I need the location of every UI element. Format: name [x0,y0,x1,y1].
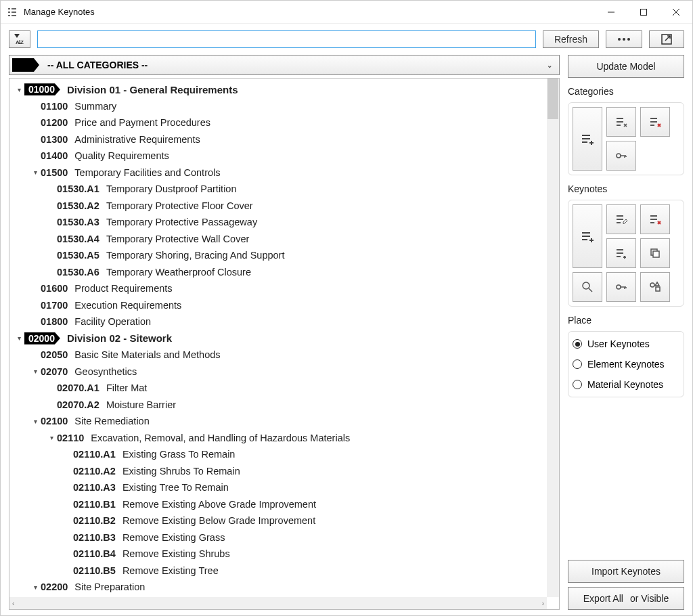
tree-node[interactable]: 01530.A2Temporary Protective Floor Cover [9,198,547,215]
tree-node[interactable]: 01530.A6Temporary Weatherproof Closure [9,264,547,281]
tree-view: ▾01000Division 01 - General Requirements… [9,78,560,610]
close-button[interactable] [660,1,692,24]
tree-node[interactable]: ▾01500Temporary Facilities and Controls [9,164,547,181]
category-dropdown[interactable]: -- ALL CATEGORIES -- ⌄ [9,55,560,75]
node-label: Remove Existing Tree [122,565,219,576]
keynote-shapes-button[interactable] [640,272,670,302]
open-external-button[interactable] [649,30,684,48]
tree-node[interactable]: ▾02070Geosynthetics [9,364,547,380]
tree-node[interactable]: 02070.A1Filter Mat [9,380,547,397]
tree-node[interactable]: 01300Administrative Requirements [9,131,547,148]
maximize-button[interactable] [627,1,660,24]
tree-node[interactable]: 02110.B4Remove Existing Shrubs [9,546,547,563]
node-label: Moisture Barrier [106,399,176,410]
node-code: 02070.A1 [57,382,99,393]
export-all-button[interactable]: Export All [583,593,623,604]
keynote-edit-button[interactable] [606,204,636,234]
tree-node[interactable]: ▾02200Site Preparation [9,579,547,596]
node-code: 02070 [41,366,68,377]
tree-node[interactable]: 02110.B1Remove Existing Above Grade Impr… [9,496,547,513]
node-label: Site Remediation [74,416,149,426]
node-code: 01500 [41,167,68,178]
svg-text:A: A [16,39,20,45]
radio-element-keynotes[interactable]: Element Keynotes [573,356,679,372]
node-code: 01300 [41,134,68,145]
horizontal-scrollbar[interactable]: ‹› [9,597,547,609]
expander-icon[interactable]: ▾ [31,368,39,375]
tree-node[interactable]: 02110.B5Remove Existing Tree [9,563,547,579]
expander-icon[interactable]: ▾ [31,584,39,591]
keynote-delete-button[interactable] [640,204,670,234]
node-label: Administrative Requirements [74,134,200,145]
tree-node[interactable]: 01800Facility Operation [9,313,547,330]
node-code: 02110.B3 [73,532,116,543]
tree-node[interactable]: 02110.A2Existing Shrubs To Remain [9,463,547,480]
node-label: Quality Requirements [74,150,169,161]
export-buttons: Export All or Visible [568,587,684,610]
node-code: 02110.B4 [73,548,116,559]
toolbar: AZ Refresh [1,24,692,55]
node-label: Temporary Protective Wall Cover [106,234,249,244]
tree-node[interactable]: ▾02110Excavation, Removal, and Handling … [9,430,547,447]
expander-icon[interactable]: ▾ [47,434,55,441]
category-key-button[interactable] [606,141,636,171]
tree-node[interactable]: 01530.A4Temporary Protective Wall Cover [9,231,547,248]
vertical-scrollbar[interactable] [547,79,559,597]
category-edit-button[interactable] [606,107,636,137]
keynote-key-button[interactable] [606,272,636,302]
category-dropdown-label: -- ALL CATEGORIES -- [47,60,148,70]
tree-node[interactable]: 01200Price and Payment Procedures [9,114,547,131]
tree-node[interactable]: 01700Execution Requirements [9,297,547,314]
node-label: Existing Grass To Remain [122,449,236,460]
expander-icon[interactable]: ▾ [15,86,23,93]
tree-node[interactable]: ▾02100Site Remediation [9,413,547,430]
minimize-button[interactable] [595,1,627,24]
category-tag-icon [12,58,39,72]
node-label: Remove Existing Below Grade Improvement [122,515,315,526]
keynote-add-button[interactable] [573,204,602,268]
node-code: 01100 [41,101,68,112]
tree-node[interactable]: 02110.B2Remove Existing Below Grade Impr… [9,512,547,529]
tree-node[interactable]: 02110.B3Remove Existing Grass [9,529,547,546]
tree-node[interactable]: 01530.A1Temporary Dustproof Partition [9,181,547,198]
expander-icon[interactable]: ▾ [31,418,39,425]
keynote-search-button[interactable] [573,272,602,302]
radio-user-keynotes[interactable]: User Keynotes [573,336,679,352]
tree-node[interactable]: 01600Product Requirements [9,280,547,297]
update-model-button[interactable]: Update Model [568,55,684,78]
tree-node[interactable]: 02110.A1Existing Grass To Remain [9,446,547,463]
category-delete-button[interactable] [640,107,670,137]
radio-material-keynotes[interactable]: Material Keynotes [573,376,679,393]
import-keynotes-button[interactable]: Import Keynotes [568,560,684,583]
tree-node[interactable]: ▾01000Division 01 - General Requirements [9,81,547,98]
node-label: Excavation, Removal, and Handling of Haz… [91,433,350,443]
node-code: 01530.A4 [57,234,99,244]
tree-node[interactable]: 02070.A2Moisture Barrier [9,397,547,414]
tree-node[interactable]: 01100Summary [9,98,547,115]
tree-node[interactable]: 01400Quality Requirements [9,148,547,164]
tree-node[interactable]: 02050Basic Site Materials and Methods [9,347,547,364]
keynote-copy-button[interactable] [640,238,670,268]
node-label: Basic Site Materials and Methods [74,349,220,360]
refresh-button[interactable]: Refresh [543,30,599,48]
more-button[interactable] [606,30,642,48]
expander-icon[interactable]: ▾ [15,334,23,342]
svg-point-7 [623,38,625,41]
node-label: Product Requirements [74,283,172,294]
tree-node[interactable]: 01530.A3Temporary Protective Passageway [9,214,547,231]
svg-rect-1 [641,9,647,15]
keynote-add-sub-button[interactable] [606,238,636,268]
tree-node[interactable]: ▾02000Division 02 - Sitework [9,330,547,347]
node-code: 01600 [41,283,68,294]
search-input[interactable] [37,30,536,48]
tree-node[interactable]: 01530.A5Temporary Shoring, Bracing And S… [9,247,547,264]
expander-icon[interactable]: ▾ [31,169,39,176]
node-label: Division 01 - General Requirements [67,84,238,95]
category-add-button[interactable] [573,107,602,171]
node-label: Temporary Dustproof Partition [106,183,237,194]
sort-button[interactable]: AZ [9,30,30,48]
node-code: 02050 [41,349,68,360]
export-visible-button[interactable]: or Visible [630,593,669,604]
tree-node[interactable]: 02110.A3Existing Tree To Remain [9,479,547,496]
node-code: 01530.A1 [57,183,99,194]
